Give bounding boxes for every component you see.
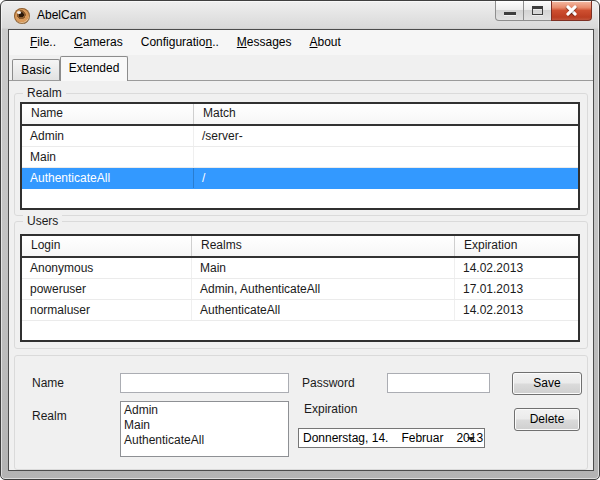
minimize-button[interactable] <box>495 1 524 21</box>
users-col-realms[interactable]: Realms <box>192 236 455 256</box>
caption-buttons <box>496 1 592 21</box>
realm-col-match[interactable]: Match <box>194 104 578 124</box>
client-area: File.. Cameras Configuration.. Messages … <box>8 29 594 471</box>
user-edit-groupbox: Name Password Save Realm Admin Main Auth… <box>14 355 588 470</box>
tab-extended[interactable]: Extended <box>60 56 128 81</box>
tab-basic[interactable]: Basic <box>12 59 60 80</box>
maximize-button[interactable] <box>523 1 552 21</box>
maximize-icon <box>532 6 543 15</box>
name-input[interactable] <box>120 373 289 393</box>
realm-option-admin[interactable]: Admin <box>121 403 288 418</box>
close-icon <box>565 4 578 17</box>
save-button[interactable]: Save <box>512 372 582 395</box>
users-table: Login Realms Expiration Anonymous Main 1… <box>20 234 580 342</box>
users-group-title: Users <box>23 214 62 228</box>
realm-table: Name Match Admin /server- Main Authentic… <box>20 102 580 210</box>
close-button[interactable] <box>551 1 592 21</box>
realm-group-title: Realm <box>23 86 66 100</box>
menu-about[interactable]: About <box>301 30 350 55</box>
users-col-expiration[interactable]: Expiration <box>455 236 578 256</box>
menu-cameras[interactable]: Cameras <box>65 30 132 55</box>
users-row-anonymous[interactable]: Anonymous Main 14.02.2013 <box>22 258 578 279</box>
realm-col-name[interactable]: Name <box>22 104 194 124</box>
realm-row-authenticateall-selected[interactable]: AuthenticateAll / <box>22 168 578 189</box>
realm-listbox[interactable]: Admin Main AuthenticateAll <box>120 401 289 457</box>
date-day-segment[interactable]: Donnerstag, 14. <box>303 431 388 445</box>
dropdown-arrow-icon[interactable] <box>467 437 475 441</box>
menu-configuration[interactable]: Configuration.. <box>132 30 228 55</box>
menu-file[interactable]: File.. <box>21 30 65 55</box>
password-input[interactable] <box>387 373 490 393</box>
window-title: AbelCam <box>37 8 86 22</box>
realm-option-main[interactable]: Main <box>121 418 288 433</box>
realm-option-authenticateall[interactable]: AuthenticateAll <box>121 433 288 448</box>
password-label: Password <box>302 376 355 390</box>
realm-table-header: Name Match <box>22 104 578 126</box>
realm-label: Realm <box>32 409 67 423</box>
title-bar[interactable]: AbelCam <box>1 1 599 29</box>
expiration-date-picker[interactable]: Donnerstag, 14. Februar 2013 <box>298 428 485 448</box>
realm-row-admin[interactable]: Admin /server- <box>22 126 578 147</box>
name-label: Name <box>32 376 64 390</box>
tab-page-extended: Realm Name Match Admin /server- Main <box>9 80 593 470</box>
date-month-segment[interactable]: Februar <box>401 431 443 445</box>
tab-strip: Basic Extended <box>9 56 593 80</box>
users-row-poweruser[interactable]: poweruser Admin, AuthenticateAll 17.01.2… <box>22 279 578 300</box>
menu-messages[interactable]: Messages <box>228 30 301 55</box>
menu-bar: File.. Cameras Configuration.. Messages … <box>9 30 593 55</box>
realm-row-main[interactable]: Main <box>22 147 578 168</box>
realm-groupbox: Realm Name Match Admin /server- Main <box>14 93 588 216</box>
users-col-login[interactable]: Login <box>22 236 192 256</box>
app-eye-icon <box>14 8 30 24</box>
expiration-label: Expiration <box>304 402 357 416</box>
delete-button[interactable]: Delete <box>514 408 580 431</box>
minimize-icon <box>504 12 516 15</box>
users-groupbox: Users Login Realms Expiration Anonymous … <box>14 221 588 349</box>
users-row-normaluser[interactable]: normaluser AuthenticateAll 14.02.2013 <box>22 300 578 321</box>
app-window: AbelCam File.. Cameras Configuration.. M… <box>0 0 600 480</box>
users-table-header: Login Realms Expiration <box>22 236 578 258</box>
